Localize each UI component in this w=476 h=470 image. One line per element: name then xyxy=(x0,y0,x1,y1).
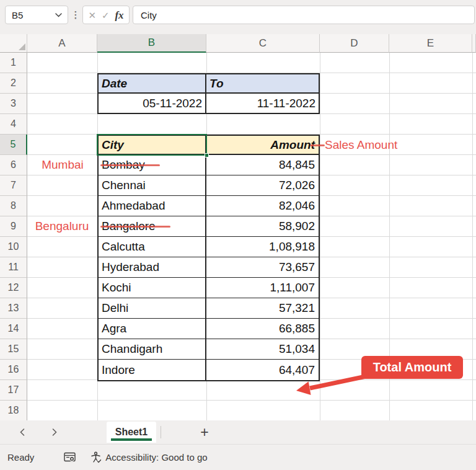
city-cell[interactable]: Indore xyxy=(99,360,206,380)
status-bar: Ready Accessibility: Good to go xyxy=(0,444,476,470)
city-cell[interactable]: Bombay xyxy=(99,155,206,175)
formula-input[interactable]: City xyxy=(133,6,475,24)
row-header-12[interactable]: 12 xyxy=(0,278,27,298)
name-box-resize-handle-icon[interactable]: ⋮ xyxy=(70,6,81,24)
row-header-1[interactable]: 1 xyxy=(0,53,27,73)
next-sheet-icon[interactable] xyxy=(47,425,62,440)
insert-function-button[interactable]: fx xyxy=(115,10,123,20)
amount-cell[interactable]: 73,657 xyxy=(206,257,319,277)
accessibility-status[interactable]: Accessibility: Good to go xyxy=(105,452,207,463)
sheet-tab-bar: Sheet1 + xyxy=(0,420,476,444)
table-row: Chennai72,026 xyxy=(99,175,319,196)
row-header-18[interactable]: 18 xyxy=(0,401,27,420)
gridline-vertical xyxy=(320,53,320,420)
amount-header-cell[interactable]: Amount xyxy=(206,136,319,154)
amount-cell[interactable]: 72,026 xyxy=(206,175,319,195)
row-header-2[interactable]: 2 xyxy=(0,73,27,94)
city-cell[interactable]: Ahmedabad xyxy=(99,196,206,216)
excel-window: B5 ⋮ ✕ ✓ fx City ABCDE 12345678910111213… xyxy=(0,0,476,470)
chevron-down-icon[interactable] xyxy=(55,13,62,17)
annotation-sales-amount: Sales Amount xyxy=(325,135,397,155)
amount-cell[interactable]: 64,407 xyxy=(206,360,319,380)
accessibility-icon[interactable] xyxy=(90,451,102,464)
row-header-13[interactable]: 13 xyxy=(0,298,27,319)
name-box-value: B5 xyxy=(12,10,23,20)
city-cell[interactable]: Calcutta xyxy=(99,237,206,257)
table-row: Chandigarh51,034 xyxy=(99,339,319,360)
annotation-bengaluru: Bengaluru xyxy=(27,216,97,236)
active-tab-underline xyxy=(111,438,152,441)
date-table-header[interactable]: To xyxy=(206,74,319,94)
city-header-cell[interactable]: City xyxy=(99,136,206,154)
row-header-3[interactable]: 3 xyxy=(0,94,27,114)
cancel-button[interactable]: ✕ xyxy=(88,11,96,20)
table-row: Hyderabad73,657 xyxy=(99,257,319,278)
row-header-7[interactable]: 7 xyxy=(0,175,27,196)
sales-table-header-row: CityAmount xyxy=(99,136,319,155)
formula-buttons: ✕ ✓ fx xyxy=(82,6,130,24)
table-row: Ahmedabad82,046 xyxy=(99,196,319,216)
row-header-17[interactable]: 17 xyxy=(0,380,27,401)
city-cell[interactable]: Chennai xyxy=(99,175,206,195)
amount-cell[interactable]: 84,845 xyxy=(206,155,319,175)
row-header-6[interactable]: 6 xyxy=(0,155,27,175)
annotation-mumbai: Mumbai xyxy=(30,154,95,175)
row-header-15[interactable]: 15 xyxy=(0,339,27,360)
column-header-D[interactable]: D xyxy=(320,34,389,53)
table-row: Calcutta1,08,918 xyxy=(99,237,319,257)
sheet-tab-label: Sheet1 xyxy=(115,427,148,438)
amount-cell[interactable]: 57,321 xyxy=(206,298,319,318)
sales-table: CityAmountBombay84,845Chennai72,026Ahmed… xyxy=(97,135,320,381)
date-table-value[interactable]: 05-11-2022 xyxy=(99,94,206,113)
city-cell[interactable]: Chandigarh xyxy=(99,339,206,359)
column-header-C[interactable]: C xyxy=(206,34,320,53)
date-range-table: DateTo05-11-202211-11-2022 xyxy=(97,73,320,114)
row-header-9[interactable]: 9 xyxy=(0,216,27,237)
amount-cell[interactable]: 1,08,918 xyxy=(206,237,319,257)
row-header-5[interactable]: 5 xyxy=(0,135,27,155)
amount-cell[interactable]: 51,034 xyxy=(206,339,319,359)
enter-button[interactable]: ✓ xyxy=(102,11,110,20)
row-header-10[interactable]: 10 xyxy=(0,237,27,257)
city-cell[interactable]: Hyderabad xyxy=(99,257,206,277)
table-row: Bangalore58,902 xyxy=(99,216,319,237)
add-sheet-button[interactable]: + xyxy=(195,423,214,441)
table-row: Agra66,885 xyxy=(99,319,319,339)
tab-sheet1[interactable]: Sheet1 xyxy=(107,422,156,443)
column-header-E[interactable]: E xyxy=(389,34,472,53)
row-header-8[interactable]: 8 xyxy=(0,196,27,216)
row-header-14[interactable]: 14 xyxy=(0,319,27,339)
row-header-11[interactable]: 11 xyxy=(0,257,27,278)
gridline-vertical xyxy=(472,53,473,420)
amount-cell[interactable]: 66,885 xyxy=(206,319,319,339)
date-table-value[interactable]: 11-11-2022 xyxy=(206,94,319,113)
select-all-corner[interactable] xyxy=(0,34,27,53)
amount-cell[interactable]: 82,046 xyxy=(206,196,319,216)
formula-value: City xyxy=(141,10,157,20)
city-cell[interactable]: Delhi xyxy=(99,298,206,318)
amount-cell[interactable]: 1,11,007 xyxy=(206,278,319,298)
column-header-A[interactable]: A xyxy=(27,34,97,53)
tab-divider xyxy=(161,426,161,438)
table-row: Bombay84,845 xyxy=(99,155,319,175)
amount-cell[interactable]: 58,902 xyxy=(206,216,319,236)
column-header-B[interactable]: B xyxy=(97,34,206,53)
column-header-partial[interactable] xyxy=(472,34,476,53)
column-headers: ABCDE xyxy=(0,34,476,53)
date-table-header[interactable]: Date xyxy=(99,74,206,94)
row-headers: 123456789101112131415161718 xyxy=(0,53,27,420)
total-amount-callout: Total Amount xyxy=(361,356,463,379)
table-row: Delhi57,321 xyxy=(99,298,319,319)
city-cell[interactable]: Agra xyxy=(99,319,206,339)
spreadsheet: ABCDE 123456789101112131415161718 DateTo… xyxy=(0,30,476,420)
name-box[interactable]: B5 xyxy=(5,6,68,24)
status-ready: Ready xyxy=(7,452,34,463)
table-row: Kochi1,11,007 xyxy=(99,278,319,298)
formula-bar-row: B5 ⋮ ✕ ✓ fx City xyxy=(0,0,476,30)
city-cell[interactable]: Kochi xyxy=(99,278,206,298)
row-header-16[interactable]: 16 xyxy=(0,360,27,380)
macro-record-icon[interactable] xyxy=(63,451,76,464)
city-cell[interactable]: Bangalore xyxy=(99,216,206,236)
row-header-4[interactable]: 4 xyxy=(0,114,27,135)
previous-sheet-icon[interactable] xyxy=(15,425,30,440)
